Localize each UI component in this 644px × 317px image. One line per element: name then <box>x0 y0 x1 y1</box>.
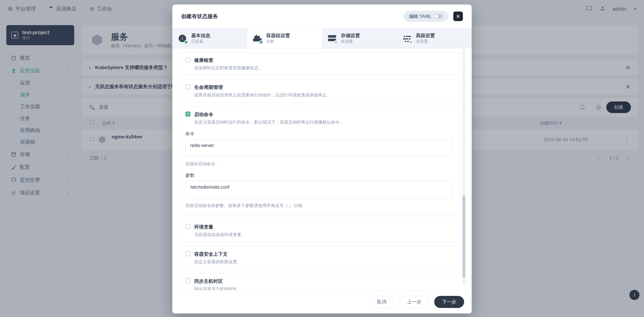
svg-text:i: i <box>182 36 183 41</box>
card-health-check[interactable]: 健康检查 添加探针以定时检查容器健康状态。 <box>179 52 459 76</box>
tz-title: 同步主机时区 <box>194 278 241 285</box>
sec-checkbox[interactable] <box>185 251 190 256</box>
modal-scrollbar[interactable] <box>462 48 465 285</box>
lifecycle-title: 生命周期管理 <box>194 84 331 91</box>
health-desc: 添加探针以定时检查容器健康状态。 <box>194 65 263 71</box>
health-title: 健康检查 <box>194 57 263 64</box>
lifecycle-checkbox[interactable] <box>185 84 190 89</box>
step-advanced[interactable]: 高级设置未设置 <box>397 28 472 48</box>
yaml-toggle[interactable] <box>434 14 443 19</box>
svg-rect-20 <box>406 36 411 37</box>
tz-checkbox[interactable] <box>185 278 190 283</box>
status-current-icon <box>259 40 263 44</box>
svg-rect-15 <box>254 36 260 38</box>
params-input[interactable] <box>185 181 453 198</box>
prev-button[interactable]: 上一步 <box>399 296 429 308</box>
step-pod-status: 当前 <box>266 39 290 44</box>
advanced-icon <box>402 33 412 43</box>
edit-yaml-button[interactable]: 编辑 YAML <box>404 11 448 22</box>
card-env[interactable]: 环境变量 为容器添加添加环境变量。 <box>179 219 459 242</box>
scrollbar-thumb[interactable] <box>462 195 465 278</box>
pod-settings-icon <box>252 33 262 43</box>
step-pod[interactable]: 容器组设置当前 <box>247 28 322 48</box>
sec-desc: 自定义容器的权限设置。 <box>194 259 241 265</box>
tz-desc: 同步容器与主机的时区。 <box>194 286 241 290</box>
status-pending-icon <box>409 40 413 44</box>
step-nav: i 基本信息已设置 容器组设置当前 存储设置未设置 高级设置未设置 <box>172 28 472 48</box>
basic-info-icon: i <box>177 33 187 43</box>
step-adv-title: 高级设置 <box>416 32 435 39</box>
start-cmd-title: 启动命令 <box>194 111 453 118</box>
cancel-button[interactable]: 取消 <box>369 296 394 308</box>
cmd-input[interactable] <box>185 139 453 157</box>
env-title: 环境变量 <box>194 224 246 230</box>
step-storage[interactable]: 存储设置未设置 <box>322 28 397 48</box>
svg-point-23 <box>405 41 406 42</box>
modal-title: 创建有状态服务 <box>181 13 398 20</box>
card-sync-timezone[interactable]: 同步主机时区 同步容器与主机的时区。 <box>179 273 459 290</box>
modal-footer: 取消 上一步 下一步 <box>172 290 472 313</box>
next-button[interactable]: 下一步 <box>434 296 464 308</box>
cmd-hint: 容器的启动命令。 <box>185 161 453 167</box>
step-pod-title: 容器组设置 <box>266 32 290 39</box>
params-label: 参数 <box>185 172 453 178</box>
status-done-icon <box>184 40 188 44</box>
step-adv-status: 未设置 <box>416 39 435 44</box>
cmd-label: 命令 <box>185 131 453 137</box>
health-checkbox[interactable] <box>185 57 190 62</box>
edit-yaml-label: 编辑 YAML <box>409 13 432 19</box>
step-storage-status: 未设置 <box>341 39 360 44</box>
step-basic-status: 已设置 <box>191 39 210 44</box>
params-hint: 容器启动命令的参数。如有多个参数请使用半角逗号（,）分隔。 <box>185 203 453 208</box>
env-desc: 为容器添加添加环境变量。 <box>194 232 246 238</box>
card-lifecycle[interactable]: 生命周期管理 设置容器启动后或终止前需要执行的动作，以进行环境检查或体面终止。 <box>179 79 459 103</box>
step-storage-title: 存储设置 <box>341 32 360 39</box>
step-basic[interactable]: i 基本信息已设置 <box>172 28 247 48</box>
close-icon <box>456 14 460 19</box>
sec-title: 容器安全上下文 <box>194 251 241 257</box>
start-cmd-checkbox[interactable] <box>185 112 190 117</box>
svg-rect-16 <box>256 35 257 36</box>
env-checkbox[interactable] <box>185 224 190 229</box>
step-basic-title: 基本信息 <box>191 32 210 39</box>
card-security-context[interactable]: 容器安全上下文 自定义容器的权限设置。 <box>179 246 459 270</box>
svg-rect-22 <box>403 38 408 39</box>
svg-rect-17 <box>328 35 336 38</box>
card-start-command: 启动命令 自定义容器启动时运行的命令。默认情况下，容器启动时将运行镜像默认命令。… <box>179 107 459 215</box>
modal-header: 创建有状态服务 编辑 YAML <box>172 5 472 28</box>
modal-body: 健康检查 添加探针以定时检查容器健康状态。 生命周期管理 设置容器启动后或终止前… <box>172 48 472 290</box>
status-pending-icon <box>334 40 338 44</box>
svg-point-21 <box>409 38 410 40</box>
start-cmd-desc: 自定义容器启动时运行的命令。默认情况下，容器启动时将运行镜像默认命令。 <box>194 119 453 125</box>
storage-icon <box>327 33 337 43</box>
modal-close-button[interactable] <box>453 12 463 21</box>
svg-point-19 <box>404 36 405 37</box>
lifecycle-desc: 设置容器启动后或终止前需要执行的动作，以进行环境检查或体面终止。 <box>194 92 331 98</box>
create-stateful-modal: 创建有状态服务 编辑 YAML i 基本信息已设置 容器组设置当前 <box>172 5 472 313</box>
